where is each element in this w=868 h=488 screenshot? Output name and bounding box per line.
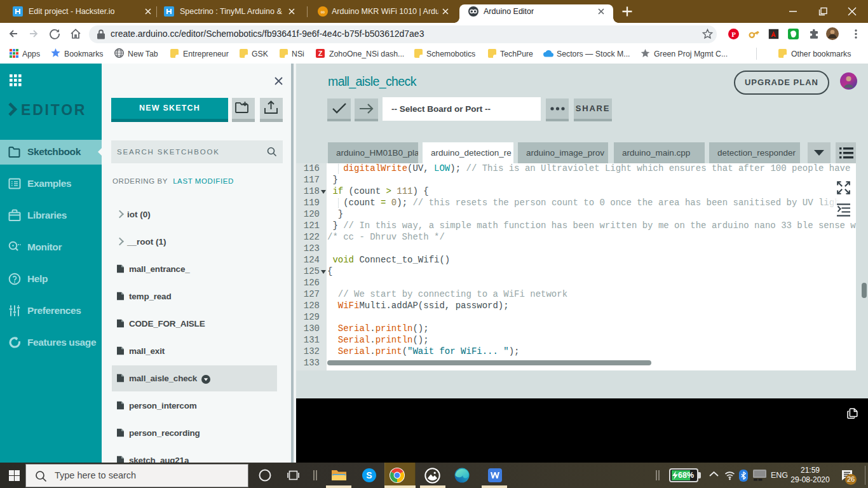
svg-text:∞: ∞: [321, 9, 325, 15]
svg-text:P: P: [731, 30, 736, 38]
svg-text:Z: Z: [318, 50, 323, 57]
svg-text:S: S: [366, 470, 372, 480]
